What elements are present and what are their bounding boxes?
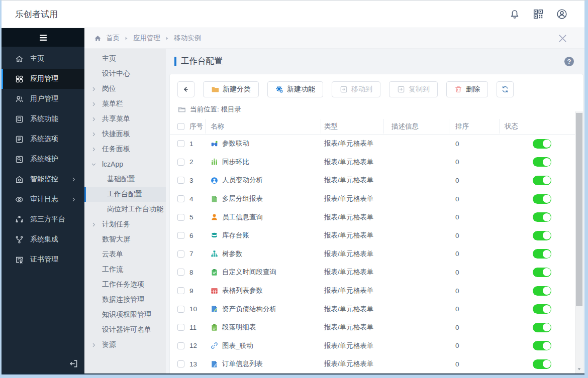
table-row: 1参数联动报表/单元格表单0 <box>170 135 583 153</box>
app-window: 乐创者试用 主页应用管理用户管理系统功能系统选项系统维护智能监控审计日志第三方平… <box>0 0 588 378</box>
status-toggle[interactable] <box>533 341 551 350</box>
help-icon[interactable]: ? <box>564 57 574 66</box>
subnav-item-10[interactable]: 岗位对工作台功能 <box>84 202 166 217</box>
subnav-item-13[interactable]: 云表单 <box>84 247 166 262</box>
row-checkbox[interactable] <box>177 269 184 276</box>
row-checkbox[interactable] <box>177 195 184 202</box>
row-checkbox[interactable] <box>177 159 184 166</box>
row-name[interactable]: 树参数 <box>222 249 243 259</box>
row-name[interactable]: 库存台账 <box>222 231 249 240</box>
toolbar-button-2: 移动到 <box>332 81 380 97</box>
subnav-item-0[interactable]: 主页 <box>84 51 166 66</box>
row-name[interactable]: 资产负债结构分析 <box>222 305 276 314</box>
status-toggle[interactable] <box>533 249 551 259</box>
row-checkbox[interactable] <box>177 342 184 349</box>
folder-icon <box>211 85 219 93</box>
subnav-item-7[interactable]: lczApp <box>84 157 166 172</box>
users-icon <box>15 95 24 103</box>
row-name[interactable]: 表格列表参数 <box>222 286 263 295</box>
avatar-icon[interactable] <box>556 9 567 20</box>
breadcrumb-item[interactable]: 移动实例 <box>174 34 201 43</box>
trash-icon <box>454 85 462 93</box>
close-icon[interactable] <box>557 33 568 44</box>
status-toggle[interactable] <box>533 268 551 277</box>
row-name[interactable]: 参数联动 <box>222 139 249 148</box>
bell-icon[interactable] <box>509 9 520 20</box>
row-name[interactable]: 同步环比 <box>222 158 249 167</box>
table-grid-icon <box>211 287 218 295</box>
subnav-item-17[interactable]: 知识项权限管理 <box>84 307 166 322</box>
breadcrumb-item[interactable]: 应用管理 <box>133 34 160 43</box>
content-area: 工作台配置 ? 新建分类新建功能移动到复制到删除 当前位置: <box>166 49 584 373</box>
sidebar-item-6[interactable]: 智能监控 <box>2 169 84 189</box>
subnav-item-1[interactable]: 设计中心 <box>84 66 166 81</box>
vertical-scrollbar[interactable] <box>575 111 583 373</box>
sidebar-item-0[interactable]: 主页 <box>2 49 84 69</box>
scrollbar-thumb[interactable] <box>576 113 582 306</box>
sidebar-item-8[interactable]: 第三方平台 <box>2 209 84 229</box>
sidebar-item-9[interactable]: 系统集成 <box>2 229 84 249</box>
toolbar-button-0[interactable]: 新建分类 <box>203 81 259 97</box>
subnav-item-18[interactable]: 设计器许可名单 <box>84 322 166 337</box>
status-toggle[interactable] <box>533 359 551 369</box>
row-name[interactable]: 订单信息列表 <box>222 359 263 368</box>
hamburger-button[interactable] <box>2 28 84 47</box>
row-checkbox[interactable] <box>177 140 184 147</box>
subnav-item-6[interactable]: 任务面板 <box>84 142 166 157</box>
row-name[interactable]: 多层分组报表 <box>222 194 263 203</box>
subnav-item-16[interactable]: 数据连接管理 <box>84 292 166 307</box>
sidebar-item-3[interactable]: 系统功能 <box>2 109 84 129</box>
sidebar-item-7[interactable]: 审计日志 <box>2 189 84 209</box>
select-all-checkbox[interactable] <box>177 123 184 130</box>
row-name[interactable]: 段落明细表 <box>222 323 256 332</box>
sidebar-item-4[interactable]: 系统选项 <box>2 129 84 149</box>
toolbar-button-4[interactable]: 删除 <box>446 81 488 97</box>
row-checkbox[interactable] <box>177 214 184 221</box>
subnav-item-11[interactable]: 计划任务 <box>84 217 166 232</box>
subnav-item-15[interactable]: 工作任务选项 <box>84 277 166 292</box>
row-checkbox[interactable] <box>177 306 184 313</box>
row-checkbox[interactable] <box>177 287 184 294</box>
sidebar-item-10[interactable]: 证书管理 <box>2 249 84 270</box>
breadcrumb-item[interactable]: 首页 <box>106 34 120 43</box>
row-name[interactable]: 员工信息查询 <box>222 213 263 222</box>
workbench-table: 序号 名称 类型 描述信息 排序 状态 1参数联动报表/单元格表单02同步环比报… <box>170 118 583 373</box>
row-checkbox[interactable] <box>177 177 184 184</box>
subnav-item-4[interactable]: 共享菜单 <box>84 111 166 127</box>
toolbar-button-1[interactable]: 新建功能 <box>267 81 323 97</box>
subnav-item-5[interactable]: 快捷面板 <box>84 127 166 142</box>
status-toggle[interactable] <box>533 194 551 204</box>
status-toggle[interactable] <box>533 139 551 149</box>
row-name[interactable]: 人员变动分析 <box>222 176 263 185</box>
logout-button[interactable] <box>69 359 78 368</box>
status-toggle[interactable] <box>533 231 551 240</box>
row-checkbox[interactable] <box>177 360 184 367</box>
sidebar-item-1[interactable]: 应用管理 <box>2 69 84 89</box>
refresh-button[interactable] <box>497 81 514 97</box>
subnav-item-14[interactable]: 工作流 <box>84 262 166 277</box>
status-toggle[interactable] <box>533 323 551 332</box>
status-toggle[interactable] <box>533 157 551 167</box>
home-icon[interactable] <box>94 35 102 42</box>
scrollbar-down-arrow[interactable] <box>575 367 583 371</box>
status-toggle[interactable] <box>533 212 551 222</box>
status-toggle[interactable] <box>533 286 551 296</box>
row-num: 10 <box>189 305 197 313</box>
subnav-item-9[interactable]: 工作台配置 <box>84 187 166 202</box>
qr-code-icon[interactable] <box>533 9 544 20</box>
status-toggle[interactable] <box>533 176 551 185</box>
row-checkbox[interactable] <box>177 324 184 331</box>
sidebar-item-5[interactable]: 系统维护 <box>2 149 84 169</box>
subnav-item-12[interactable]: 数智大屏 <box>84 232 166 247</box>
row-name[interactable]: 自定义时间段查询 <box>222 268 276 277</box>
row-checkbox[interactable] <box>177 232 184 239</box>
sidebar-item-2[interactable]: 用户管理 <box>2 89 84 109</box>
subnav-item-19[interactable]: 资源 <box>84 337 166 352</box>
status-toggle[interactable] <box>533 304 551 314</box>
subnav-item-8[interactable]: 基础配置 <box>84 172 166 187</box>
subnav-item-3[interactable]: 菜单栏 <box>84 96 166 111</box>
subnav-item-2[interactable]: 岗位 <box>84 81 166 96</box>
row-checkbox[interactable] <box>177 250 184 258</box>
row-name[interactable]: 图表_联动 <box>222 341 253 350</box>
back-button[interactable] <box>177 81 194 97</box>
